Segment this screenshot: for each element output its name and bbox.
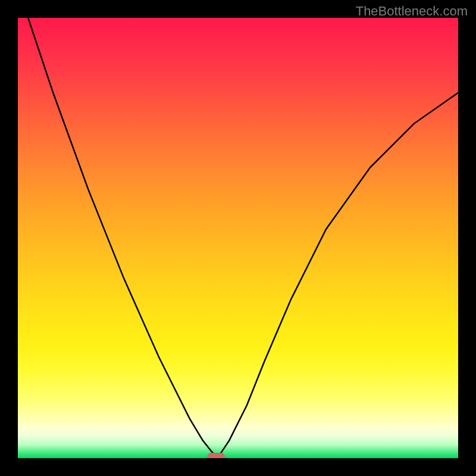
curve-svg <box>18 18 458 458</box>
curve-line <box>18 18 458 456</box>
watermark-text: TheBottleneck.com <box>356 4 468 19</box>
minimum-marker <box>207 453 225 458</box>
plot-area <box>18 18 458 458</box>
